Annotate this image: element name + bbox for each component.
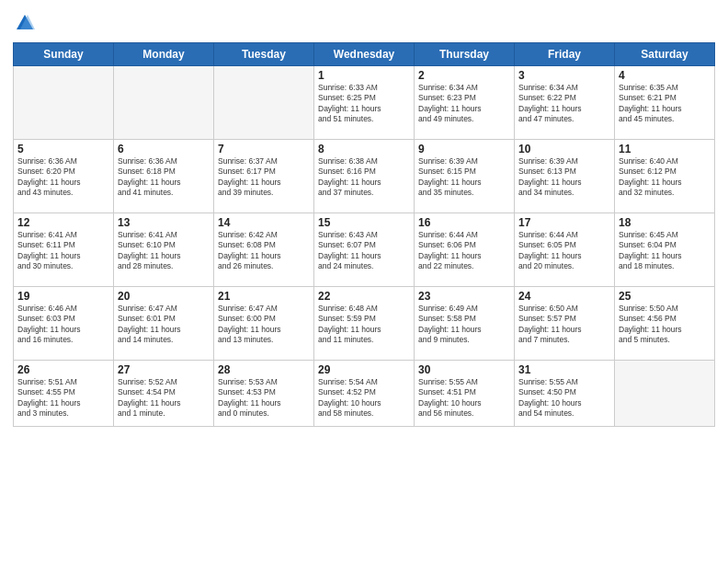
cell-info: Sunrise: 6:46 AM Sunset: 6:03 PM Dayligh… — [17, 304, 109, 346]
cell-info: Sunrise: 6:38 AM Sunset: 6:16 PM Dayligh… — [318, 156, 410, 199]
calendar-week-3: 12Sunrise: 6:41 AM Sunset: 6:11 PM Dayli… — [14, 213, 715, 287]
cell-info: Sunrise: 6:45 AM Sunset: 6:04 PM Dayligh… — [619, 230, 711, 272]
calendar-cell: 25Sunrise: 5:50 AM Sunset: 4:56 PM Dayli… — [615, 287, 715, 361]
day-number: 26 — [17, 363, 109, 376]
day-number: 3 — [518, 69, 610, 82]
cell-info: Sunrise: 6:37 AM Sunset: 6:17 PM Dayligh… — [218, 156, 310, 199]
cell-info: Sunrise: 6:35 AM Sunset: 6:21 PM Dayligh… — [619, 83, 711, 125]
calendar-cell: 30Sunrise: 5:55 AM Sunset: 4:51 PM Dayli… — [415, 361, 515, 427]
day-number: 17 — [518, 216, 610, 229]
page-header — [13, 9, 715, 37]
calendar-cell — [214, 66, 314, 140]
day-number: 20 — [118, 290, 210, 303]
calendar-header-row: SundayMondayTuesdayWednesdayThursdayFrid… — [14, 43, 715, 66]
calendar-cell: 5Sunrise: 6:36 AM Sunset: 6:20 PM Daylig… — [14, 140, 114, 213]
day-number: 2 — [418, 69, 510, 82]
calendar-cell: 6Sunrise: 6:36 AM Sunset: 6:18 PM Daylig… — [114, 140, 214, 213]
day-number: 12 — [17, 216, 109, 229]
calendar-cell: 15Sunrise: 6:43 AM Sunset: 6:07 PM Dayli… — [314, 213, 415, 287]
cell-info: Sunrise: 6:39 AM Sunset: 6:13 PM Dayligh… — [518, 156, 610, 199]
calendar-cell: 28Sunrise: 5:53 AM Sunset: 4:53 PM Dayli… — [214, 361, 314, 427]
calendar-cell: 17Sunrise: 6:44 AM Sunset: 6:05 PM Dayli… — [515, 213, 615, 287]
calendar-cell: 1Sunrise: 6:33 AM Sunset: 6:25 PM Daylig… — [314, 66, 415, 140]
day-number: 31 — [518, 363, 610, 376]
logo-icon — [15, 13, 35, 33]
day-number: 22 — [318, 290, 410, 303]
day-number: 1 — [318, 69, 410, 82]
logo — [13, 13, 35, 37]
day-number: 9 — [418, 143, 510, 155]
cell-info: Sunrise: 6:39 AM Sunset: 6:15 PM Dayligh… — [418, 156, 510, 199]
cell-info: Sunrise: 6:47 AM Sunset: 6:01 PM Dayligh… — [118, 304, 210, 346]
calendar-cell: 14Sunrise: 6:42 AM Sunset: 6:08 PM Dayli… — [214, 213, 314, 287]
cell-info: Sunrise: 6:33 AM Sunset: 6:25 PM Dayligh… — [318, 83, 410, 125]
day-number: 25 — [619, 290, 711, 303]
calendar-week-4: 19Sunrise: 6:46 AM Sunset: 6:03 PM Dayli… — [14, 287, 715, 361]
calendar-week-5: 26Sunrise: 5:51 AM Sunset: 4:55 PM Dayli… — [14, 361, 715, 427]
cell-info: Sunrise: 5:54 AM Sunset: 4:52 PM Dayligh… — [318, 377, 410, 419]
cell-info: Sunrise: 6:41 AM Sunset: 6:11 PM Dayligh… — [17, 230, 109, 272]
calendar-cell: 3Sunrise: 6:34 AM Sunset: 6:22 PM Daylig… — [515, 66, 615, 140]
day-number: 19 — [17, 290, 109, 303]
cell-info: Sunrise: 6:48 AM Sunset: 5:59 PM Dayligh… — [318, 304, 410, 346]
cell-info: Sunrise: 5:55 AM Sunset: 4:50 PM Dayligh… — [518, 377, 610, 419]
page-container: SundayMondayTuesdayWednesdayThursdayFrid… — [0, 0, 728, 432]
calendar-cell: 31Sunrise: 5:55 AM Sunset: 4:50 PM Dayli… — [515, 361, 615, 427]
day-number: 4 — [619, 69, 711, 82]
day-number: 15 — [318, 216, 410, 229]
day-number: 14 — [218, 216, 310, 229]
calendar-week-1: 1Sunrise: 6:33 AM Sunset: 6:25 PM Daylig… — [14, 66, 715, 140]
day-number: 29 — [318, 363, 410, 376]
day-header-wednesday: Wednesday — [314, 43, 415, 66]
calendar-cell: 16Sunrise: 6:44 AM Sunset: 6:06 PM Dayli… — [415, 213, 515, 287]
calendar-cell: 8Sunrise: 6:38 AM Sunset: 6:16 PM Daylig… — [314, 140, 415, 213]
day-number: 5 — [17, 143, 109, 155]
day-number: 23 — [418, 290, 510, 303]
calendar-cell: 10Sunrise: 6:39 AM Sunset: 6:13 PM Dayli… — [515, 140, 615, 213]
day-header-tuesday: Tuesday — [214, 43, 314, 66]
day-number: 30 — [418, 363, 510, 376]
calendar-cell: 18Sunrise: 6:45 AM Sunset: 6:04 PM Dayli… — [615, 213, 715, 287]
cell-info: Sunrise: 5:50 AM Sunset: 4:56 PM Dayligh… — [619, 304, 711, 346]
cell-info: Sunrise: 5:55 AM Sunset: 4:51 PM Dayligh… — [418, 377, 510, 419]
calendar-cell: 22Sunrise: 6:48 AM Sunset: 5:59 PM Dayli… — [314, 287, 415, 361]
cell-info: Sunrise: 6:47 AM Sunset: 6:00 PM Dayligh… — [218, 304, 310, 346]
day-number: 13 — [118, 216, 210, 229]
day-number: 27 — [118, 363, 210, 376]
calendar-cell — [615, 361, 715, 427]
cell-info: Sunrise: 5:52 AM Sunset: 4:54 PM Dayligh… — [118, 377, 210, 419]
day-number: 11 — [619, 143, 711, 155]
cell-info: Sunrise: 6:44 AM Sunset: 6:06 PM Dayligh… — [418, 230, 510, 272]
calendar-cell: 24Sunrise: 6:50 AM Sunset: 5:57 PM Dayli… — [515, 287, 615, 361]
calendar-cell: 4Sunrise: 6:35 AM Sunset: 6:21 PM Daylig… — [615, 66, 715, 140]
calendar-cell: 19Sunrise: 6:46 AM Sunset: 6:03 PM Dayli… — [14, 287, 114, 361]
calendar-cell: 20Sunrise: 6:47 AM Sunset: 6:01 PM Dayli… — [114, 287, 214, 361]
day-header-monday: Monday — [114, 43, 214, 66]
cell-info: Sunrise: 6:44 AM Sunset: 6:05 PM Dayligh… — [518, 230, 610, 272]
day-header-friday: Friday — [515, 43, 615, 66]
day-header-thursday: Thursday — [415, 43, 515, 66]
calendar-cell: 21Sunrise: 6:47 AM Sunset: 6:00 PM Dayli… — [214, 287, 314, 361]
calendar-cell: 23Sunrise: 6:49 AM Sunset: 5:58 PM Dayli… — [415, 287, 515, 361]
day-number: 8 — [318, 143, 410, 155]
day-number: 6 — [118, 143, 210, 155]
day-number: 21 — [218, 290, 310, 303]
day-number: 7 — [218, 143, 310, 155]
calendar-cell: 11Sunrise: 6:40 AM Sunset: 6:12 PM Dayli… — [615, 140, 715, 213]
cell-info: Sunrise: 6:42 AM Sunset: 6:08 PM Dayligh… — [218, 230, 310, 272]
day-number: 16 — [418, 216, 510, 229]
calendar-cell: 27Sunrise: 5:52 AM Sunset: 4:54 PM Dayli… — [114, 361, 214, 427]
cell-info: Sunrise: 6:36 AM Sunset: 6:20 PM Dayligh… — [17, 156, 109, 199]
cell-info: Sunrise: 6:34 AM Sunset: 6:22 PM Dayligh… — [518, 83, 610, 125]
cell-info: Sunrise: 5:51 AM Sunset: 4:55 PM Dayligh… — [17, 377, 109, 419]
cell-info: Sunrise: 6:49 AM Sunset: 5:58 PM Dayligh… — [418, 304, 510, 346]
day-header-sunday: Sunday — [14, 43, 114, 66]
cell-info: Sunrise: 6:34 AM Sunset: 6:23 PM Dayligh… — [418, 83, 510, 125]
calendar-cell — [14, 66, 114, 140]
day-number: 18 — [619, 216, 711, 229]
cell-info: Sunrise: 6:40 AM Sunset: 6:12 PM Dayligh… — [619, 156, 711, 199]
calendar-cell: 29Sunrise: 5:54 AM Sunset: 4:52 PM Dayli… — [314, 361, 415, 427]
calendar-cell: 2Sunrise: 6:34 AM Sunset: 6:23 PM Daylig… — [415, 66, 515, 140]
day-number: 10 — [518, 143, 610, 155]
cell-info: Sunrise: 6:41 AM Sunset: 6:10 PM Dayligh… — [118, 230, 210, 272]
